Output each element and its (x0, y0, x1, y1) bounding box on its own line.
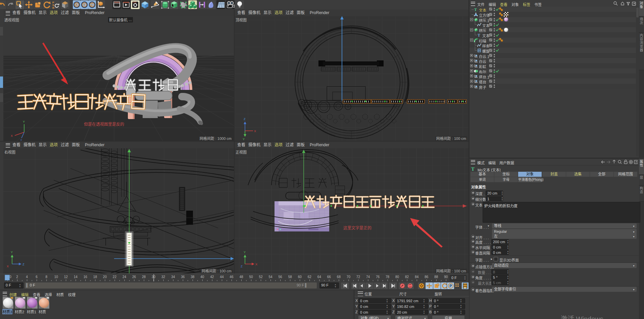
svg-text:X: X (255, 263, 257, 266)
svg-text:这里文字是正的: 这里文字是正的 (343, 225, 371, 230)
svg-text:Y: Y (243, 138, 245, 141)
svg-text:Y: Y (23, 120, 25, 123)
svg-text:Y: Y (83, 3, 86, 7)
svg-text:但是在透视图里是反的: 但是在透视图里是反的 (84, 122, 124, 127)
svg-text:Y: Y (11, 251, 13, 254)
svg-text:X: X (254, 129, 256, 133)
svg-text:X: X (7, 265, 9, 268)
svg-text:P: P (450, 284, 452, 288)
svg-text:T: T (471, 166, 475, 171)
svg-text:X: X (76, 3, 78, 7)
svg-text:Y: Y (244, 251, 246, 254)
svg-text:Z: Z (244, 117, 246, 121)
svg-text:Z: Z (91, 3, 93, 7)
svg-text:T: T (474, 7, 477, 11)
svg-text:R: R (52, 6, 54, 9)
svg-text:T: T (478, 33, 480, 37)
svg-text:Z: Z (241, 265, 243, 268)
svg-text:Z: Z (22, 263, 24, 266)
svg-text:X: X (11, 134, 13, 138)
